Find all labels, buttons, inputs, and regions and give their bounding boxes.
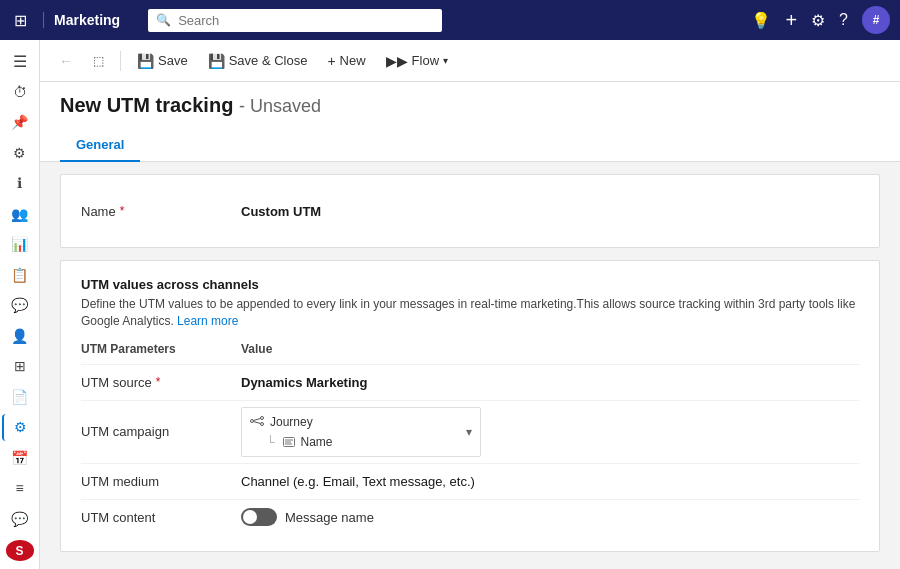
sidebar-item-info[interactable]: ℹ: [2, 170, 38, 197]
svg-point-2: [261, 422, 264, 425]
name-value[interactable]: Custom UTM: [241, 204, 859, 219]
search-wrapper: 🔍: [148, 9, 442, 32]
flow-icon: ▶▶: [386, 53, 408, 69]
sidebar-item-recent[interactable]: ⏱: [2, 79, 38, 106]
content-area: ← ⬚ 💾 Save 💾 Save & Close + New ▶▶ Flow …: [40, 40, 900, 569]
topbar-icons: 💡 + ⚙ ? #: [751, 6, 890, 34]
name-card: Name * Custom UTM: [60, 174, 880, 248]
add-icon[interactable]: +: [785, 9, 797, 32]
utm-campaign-value: Journey └: [241, 407, 859, 457]
sidebar-item-menu[interactable]: ☰: [2, 48, 38, 75]
avatar[interactable]: #: [862, 6, 890, 34]
utm-card: UTM values across channels Define the UT…: [60, 260, 880, 552]
utm-content-row: UTM content Message name: [81, 499, 859, 535]
utm-campaign-dropdown[interactable]: Journey └: [241, 407, 481, 457]
sidebar-item-pinned[interactable]: 📌: [2, 109, 38, 136]
sidebar-item-people[interactable]: 👤: [2, 323, 38, 350]
forward-button[interactable]: ⬚: [84, 47, 112, 75]
dropdown-chevron-icon: ▾: [466, 425, 472, 439]
child-indent-icon: └: [266, 435, 275, 449]
required-star: *: [120, 204, 125, 218]
utm-source-label: UTM source *: [81, 375, 241, 390]
utm-section-header: UTM values across channels Define the UT…: [81, 277, 859, 330]
svg-point-0: [251, 419, 254, 422]
unsaved-label: - Unsaved: [239, 96, 321, 116]
sidebar-item-apps[interactable]: ⊞: [2, 353, 38, 380]
sidebar-item-list[interactable]: ≡: [2, 475, 38, 502]
tabs: General: [40, 129, 900, 162]
settings-icon[interactable]: ⚙: [811, 11, 825, 30]
utm-campaign-label: UTM campaign: [81, 424, 241, 439]
sidebar-item-chat[interactable]: 💬: [2, 506, 38, 533]
utm-campaign-row: UTM campaign: [81, 400, 859, 463]
utm-section-title: UTM values across channels: [81, 277, 859, 292]
flow-button[interactable]: ▶▶ Flow ▾: [378, 49, 456, 73]
sidebar-item-calendar[interactable]: 📅: [2, 445, 38, 472]
utm-source-value[interactable]: Dynamics Marketing: [241, 375, 859, 390]
save-icon: 💾: [137, 53, 154, 69]
utm-section-desc: Define the UTM values to be appended to …: [81, 296, 859, 330]
main-layout: ☰ ⏱ 📌 ⚙ ℹ 👥 📊 📋 💬 👤 ⊞ 📄 ⚙ 📅 ≡ 💬 S ← ⬚ 💾 …: [0, 40, 900, 569]
name-field-icon: [283, 435, 295, 450]
topbar: ⊞ Marketing 🔍 💡 + ⚙ ? #: [0, 0, 900, 40]
grid-icon[interactable]: ⊞: [10, 7, 31, 34]
save-button[interactable]: 💾 Save: [129, 49, 196, 73]
utm-content-label: UTM content: [81, 510, 241, 525]
journey-icon: [250, 414, 264, 431]
save-close-button[interactable]: 💾 Save & Close: [200, 49, 316, 73]
sidebar-item-segments[interactable]: 📋: [2, 262, 38, 289]
dropdown-item-name: └ Name: [250, 433, 466, 452]
sidebar-avatar[interactable]: S: [6, 540, 34, 561]
message-name-toggle[interactable]: [241, 508, 277, 526]
save-close-icon: 💾: [208, 53, 225, 69]
flow-chevron-icon: ▾: [443, 55, 448, 66]
toggle-container: Message name: [241, 508, 859, 526]
svg-line-3: [254, 418, 261, 420]
learn-more-link[interactable]: Learn more: [177, 314, 238, 328]
utm-medium-value: Channel (e.g. Email, Text message, etc.): [241, 474, 859, 489]
utm-medium-row: UTM medium Channel (e.g. Email, Text mes…: [81, 463, 859, 499]
sidebar-item-contacts[interactable]: 👥: [2, 201, 38, 228]
new-icon: +: [327, 53, 335, 69]
help-icon[interactable]: ?: [839, 11, 848, 29]
toggle-knob: [243, 510, 257, 524]
sidebar-item-settings[interactable]: ⚙: [2, 140, 38, 167]
tab-general[interactable]: General: [60, 129, 140, 162]
param-col-header: UTM Parameters: [81, 342, 241, 356]
toggle-label: Message name: [285, 510, 374, 525]
search-icon: 🔍: [156, 13, 171, 27]
source-required-star: *: [156, 375, 161, 389]
svg-line-4: [254, 421, 261, 423]
page-title: New UTM tracking - Unsaved: [60, 94, 880, 117]
sidebar-item-settings2[interactable]: ⚙: [2, 414, 38, 441]
search-input[interactable]: [148, 9, 442, 32]
svg-point-1: [261, 416, 264, 419]
utm-content-value: Message name: [241, 508, 859, 526]
app-name: Marketing: [43, 12, 120, 28]
new-button[interactable]: + New: [319, 49, 373, 73]
utm-medium-label: UTM medium: [81, 474, 241, 489]
dropdown-content: Journey └: [250, 412, 466, 452]
lightbulb-icon[interactable]: 💡: [751, 11, 771, 30]
back-button[interactable]: ←: [52, 47, 80, 75]
name-row: Name * Custom UTM: [81, 191, 859, 231]
sidebar: ☰ ⏱ 📌 ⚙ ℹ 👥 📊 📋 💬 👤 ⊞ 📄 ⚙ 📅 ≡ 💬 S: [0, 40, 40, 569]
sidebar-item-content[interactable]: 📄: [2, 384, 38, 411]
command-bar: ← ⬚ 💾 Save 💾 Save & Close + New ▶▶ Flow …: [40, 40, 900, 82]
sidebar-item-analytics[interactable]: 📊: [2, 231, 38, 258]
param-header: UTM Parameters Value: [81, 342, 859, 356]
value-col-header: Value: [241, 342, 859, 356]
name-label: Name *: [81, 204, 241, 219]
cmd-divider-1: [120, 51, 121, 71]
page-content: New UTM tracking - Unsaved General Name …: [40, 82, 900, 569]
utm-source-row: UTM source * Dynamics Marketing: [81, 364, 859, 400]
sidebar-item-messages[interactable]: 💬: [2, 292, 38, 319]
dropdown-item-journey: Journey: [250, 412, 466, 433]
